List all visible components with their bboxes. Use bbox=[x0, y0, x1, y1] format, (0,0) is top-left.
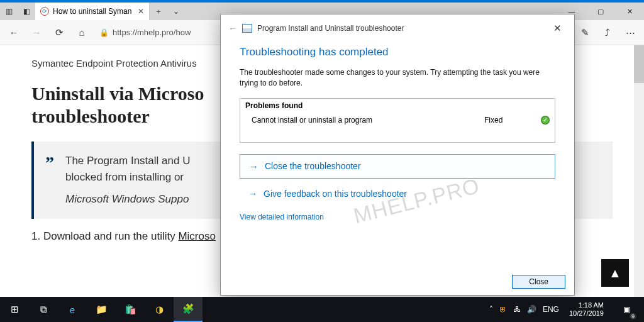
give-feedback-option[interactable]: → Give feedback on this troubleshooter bbox=[240, 182, 555, 205]
arrow-right-icon: → bbox=[248, 189, 257, 199]
annotate-button[interactable]: ✎ bbox=[575, 23, 595, 43]
tab-menu-chevron[interactable]: ⌄ bbox=[167, 3, 185, 20]
troubleshooter-icon bbox=[242, 24, 252, 33]
browser-tab[interactable]: ⟳ How to uninstall Syman ✕ bbox=[35, 3, 150, 20]
dialog-titlebar: ← Program Install and Uninstall troubles… bbox=[221, 14, 574, 42]
view-detailed-link[interactable]: View detailed information bbox=[240, 213, 324, 221]
page-scrollbar[interactable] bbox=[634, 45, 644, 297]
dialog-title: Program Install and Uninstall troublesho… bbox=[257, 24, 404, 33]
nav-forward-button: → bbox=[26, 23, 47, 43]
status-fixed-icon: ✓ bbox=[541, 116, 550, 125]
app-taskbar-icon[interactable]: ◑ bbox=[145, 297, 174, 322]
problems-header: Problems found bbox=[240, 99, 555, 113]
tray-language[interactable]: ENG bbox=[543, 305, 559, 314]
dialog-back-icon[interactable]: ← bbox=[228, 23, 237, 33]
tray-security-icon[interactable]: ⛨ bbox=[499, 305, 507, 314]
explorer-taskbar-icon[interactable]: 📁 bbox=[87, 297, 116, 322]
window-close[interactable]: ✕ bbox=[615, 3, 644, 20]
close-button[interactable]: Close bbox=[512, 275, 565, 289]
troubleshooter-dialog: ← Program Install and Uninstall troubles… bbox=[220, 14, 575, 296]
window-maximize[interactable]: ▢ bbox=[586, 3, 615, 20]
tab-aside-icon[interactable]: ◧ bbox=[18, 3, 35, 20]
store-taskbar-icon[interactable]: 🛍️ bbox=[116, 297, 145, 322]
download-link[interactable]: Microso bbox=[178, 230, 216, 242]
tray-volume-icon[interactable]: 🔊 bbox=[527, 305, 536, 314]
task-view-button[interactable]: ⧉ bbox=[29, 297, 58, 322]
taskbar: ⊞ ⧉ e 📁 🛍️ ◑ 🧩 ˄ ⛨ 🖧 🔊 ENG 1:18 AM 10/27… bbox=[0, 297, 644, 322]
lock-icon: 🔒 bbox=[99, 28, 109, 37]
scrollbar-thumb[interactable] bbox=[634, 45, 644, 83]
nav-refresh-button[interactable]: ⟳ bbox=[49, 23, 69, 43]
start-button[interactable]: ⊞ bbox=[0, 297, 29, 322]
tray-chevron-icon[interactable]: ˄ bbox=[489, 305, 493, 314]
nav-home-button[interactable]: ⌂ bbox=[72, 23, 92, 43]
dialog-description: The troubleshooter made some changes to … bbox=[240, 67, 555, 89]
dialog-close-icon[interactable]: ✕ bbox=[548, 20, 567, 36]
tray-clock[interactable]: 1:18 AM 10/27/2019 bbox=[565, 301, 608, 317]
quote-citation: Microsoft Windows Suppo bbox=[65, 191, 190, 208]
notification-icon: ▣ bbox=[623, 305, 630, 314]
tray-network-icon[interactable]: 🖧 bbox=[513, 305, 521, 314]
tab-close-icon[interactable]: ✕ bbox=[138, 7, 144, 16]
more-button[interactable]: ⋯ bbox=[620, 23, 640, 43]
problem-status: Fixed bbox=[484, 116, 541, 125]
problem-name: Cannot install or uninstall a program bbox=[252, 116, 484, 125]
edge-taskbar-icon[interactable]: e bbox=[58, 297, 87, 322]
nav-back-button[interactable]: ← bbox=[4, 23, 24, 43]
quote-text: The Program Install and Ublocked from in… bbox=[65, 155, 190, 183]
problems-table: Problems found Cannot install or uninsta… bbox=[240, 98, 555, 143]
dialog-heading: Troubleshooting has completed bbox=[240, 46, 555, 58]
new-tab-button[interactable]: ＋ bbox=[150, 3, 167, 20]
notification-badge: 9 bbox=[630, 313, 636, 319]
problem-row[interactable]: Cannot install or uninstall a program Fi… bbox=[240, 113, 555, 142]
site-favicon: ⟳ bbox=[40, 7, 49, 16]
arrow-right-icon: → bbox=[249, 161, 258, 172]
scroll-to-top-button[interactable]: ▲ bbox=[601, 259, 629, 287]
tab-preview-icon[interactable]: ▥ bbox=[0, 3, 18, 20]
close-troubleshooter-option[interactable]: → Close the troubleshooter bbox=[240, 154, 555, 179]
action-center-button[interactable]: ▣ 9 bbox=[614, 297, 639, 322]
share-button[interactable]: ⤴ bbox=[597, 23, 618, 43]
troubleshooter-taskbar-icon[interactable]: 🧩 bbox=[174, 297, 203, 322]
url-text: https://mhelp.pro/how bbox=[113, 28, 191, 37]
tab-title: How to uninstall Syman bbox=[53, 7, 131, 16]
quote-mark-icon: ” bbox=[45, 153, 54, 208]
